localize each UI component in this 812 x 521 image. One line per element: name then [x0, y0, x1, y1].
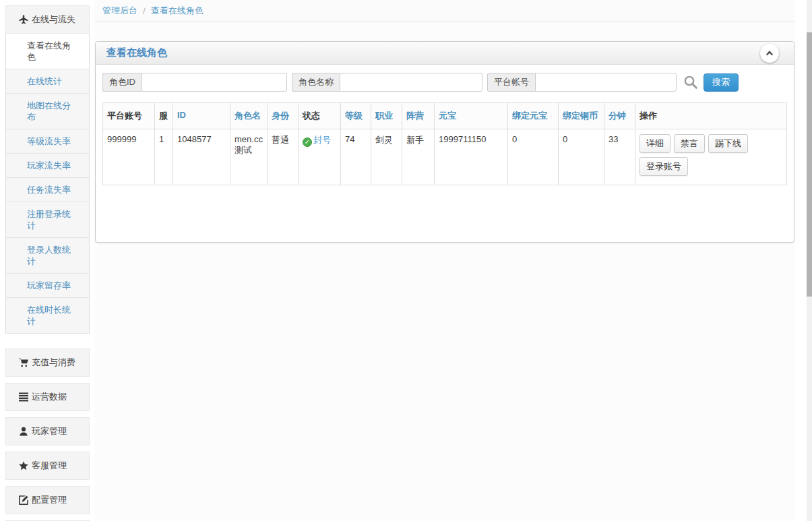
col-minutes-sort[interactable]: 分钟 [604, 103, 635, 129]
breadcrumb-separator: / [143, 6, 146, 16]
main-area: 管理后台 / 查看在线角色 查看在线角色 角色ID [94, 0, 795, 521]
sidebar-section-label: 配置管理 [32, 495, 67, 505]
sidebar-section-config-management[interactable]: 配置管理 [5, 486, 90, 514]
breadcrumb-current-page[interactable]: 查看在线角色 [151, 5, 204, 17]
col-yuanbao-sort[interactable]: 元宝 [435, 103, 508, 129]
login-account-button[interactable]: 登录账号 [639, 157, 688, 176]
sidebar-item-quest-churn[interactable]: 任务流失率 [6, 177, 89, 202]
col-platform-account: 平台账号 [103, 103, 155, 129]
sidebar-item-player-churn[interactable]: 玩家流失率 [6, 153, 89, 177]
cell-status: ✓封号 [299, 129, 341, 185]
collapse-panel-button[interactable] [760, 44, 779, 63]
cell-role-name: men.cc测试 [230, 129, 268, 185]
role-name-input[interactable] [340, 73, 482, 92]
sidebar-item-player-retention[interactable]: 玩家留存率 [6, 273, 89, 297]
content-area: 查看在线角色 角色ID 角色名称 [94, 22, 795, 243]
role-name-field-group: 角色名称 [292, 73, 482, 92]
plane-icon [19, 15, 28, 24]
edit-icon [19, 495, 28, 505]
sidebar-section-label: 客服管理 [32, 460, 67, 471]
search-button[interactable]: 搜索 [704, 73, 739, 92]
cart-icon [19, 358, 28, 367]
cell-server: 1 [155, 129, 173, 185]
vertical-scrollbar-track [807, 0, 812, 521]
search-toolbar: 角色ID 角色名称 平台帐号 搜索 [102, 73, 787, 92]
cell-platform-account: 999999 [103, 129, 155, 185]
platform-account-label: 平台帐号 [487, 73, 535, 92]
cell-faction: 新手 [402, 129, 435, 185]
cell-bound-yuanbao: 0 [508, 129, 559, 185]
sidebar-section-label: 玩家管理 [32, 426, 67, 437]
cell-bound-copper: 0 [559, 129, 604, 185]
col-role-name-sort[interactable]: 角色名 [230, 103, 268, 129]
role-id-field-group: 角色ID [102, 73, 287, 92]
col-id-sort[interactable]: ID [173, 103, 230, 129]
table-header-row: 平台账号 服 ID 角色名 身份 状态 等级 职业 阵营 元宝 绑定元宝 绑定铜… [103, 103, 787, 129]
sidebar-section-label: 在线与流失 [32, 14, 75, 25]
sidebar-section-player-management[interactable]: 玩家管理 [5, 417, 90, 446]
sidebar-section-label: 运营数据 [32, 392, 67, 402]
sidebar-section-online-loss[interactable]: 在线与流失 [5, 5, 90, 34]
sidebar-item-register-login-stats[interactable]: 注册登录统计 [6, 202, 89, 237]
sidebar-item-login-count-stats[interactable]: 登录人数统计 [6, 237, 89, 273]
cell-identity: 普通 [268, 129, 299, 185]
col-actions: 操作 [635, 103, 787, 129]
sidebar-item-online-duration-stats[interactable]: 在线时长统计 [6, 297, 89, 333]
vertical-scrollbar-thumb[interactable] [807, 32, 812, 297]
sidebar-section-label: 充值与消费 [32, 357, 75, 368]
panel-title: 查看在线角色 [106, 47, 167, 59]
panel-body: 角色ID 角色名称 平台帐号 搜索 [96, 65, 794, 242]
col-identity-sort[interactable]: 身份 [268, 103, 299, 129]
ban-account-link[interactable]: 封号 [313, 135, 331, 145]
col-faction-sort[interactable]: 阵营 [402, 103, 435, 129]
col-server: 服 [155, 103, 173, 129]
kick-offline-button[interactable]: 踢下线 [708, 134, 748, 153]
sidebar-item-map-online-distribution[interactable]: 地图在线分布 [6, 93, 89, 129]
cell-id: 1048577 [173, 129, 230, 185]
cell-profession: 剑灵 [371, 129, 402, 185]
list-icon [19, 392, 28, 402]
user-icon [19, 427, 28, 436]
sidebar-section-operation-data[interactable]: 运营数据 [5, 383, 90, 411]
col-bound-copper-sort[interactable]: 绑定铜币 [559, 103, 604, 129]
cell-level: 74 [341, 129, 371, 185]
platform-account-input[interactable] [535, 73, 677, 92]
panel-header: 查看在线角色 [96, 42, 794, 65]
role-name-label: 角色名称 [292, 73, 340, 92]
cell-minutes: 33 [604, 129, 635, 185]
sidebar-section-recharge-consume[interactable]: 充值与消费 [5, 348, 90, 377]
role-id-label: 角色ID [102, 73, 142, 92]
breadcrumb: 管理后台 / 查看在线角色 [94, 0, 795, 22]
platform-account-field-group: 平台帐号 [487, 73, 677, 92]
sidebar-item-level-churn[interactable]: 等级流失率 [6, 129, 89, 153]
mute-button[interactable]: 禁言 [674, 134, 705, 153]
cell-yuanbao: 1999711150 [435, 129, 508, 185]
col-profession-sort[interactable]: 职业 [371, 103, 402, 129]
sidebar-submenu: 查看在线角色 在线统计 地图在线分布 等级流失率 玩家流失率 任务流失率 注册登… [5, 34, 90, 334]
col-bound-yuanbao-sort[interactable]: 绑定元宝 [508, 103, 559, 129]
sidebar: 在线与流失 查看在线角色 在线统计 地图在线分布 等级流失率 玩家流失率 任务流… [5, 5, 90, 521]
sidebar-item-online-stats[interactable]: 在线统计 [6, 69, 89, 93]
online-roles-panel: 查看在线角色 角色ID 角色名称 [95, 41, 794, 243]
magnifier-icon [683, 75, 698, 90]
sidebar-section-customer-service[interactable]: 客服管理 [5, 452, 90, 480]
cell-actions: 详细禁言踢下线登录账号 [635, 129, 787, 185]
check-circle-icon: ✓ [303, 137, 312, 147]
col-status: 状态 [299, 103, 341, 129]
chevron-up-icon [765, 49, 774, 58]
role-id-input[interactable] [142, 73, 287, 92]
star-icon [19, 461, 28, 470]
table-row: 999999 1 1048577 men.cc测试 普通 ✓封号 74 剑灵 新… [103, 129, 787, 185]
breadcrumb-link-admin-home[interactable]: 管理后台 [102, 5, 137, 17]
online-roles-table: 平台账号 服 ID 角色名 身份 状态 等级 职业 阵营 元宝 绑定元宝 绑定铜… [102, 102, 787, 185]
detail-button[interactable]: 详细 [639, 134, 670, 153]
col-level-sort[interactable]: 等级 [341, 103, 371, 129]
sidebar-item-view-online-roles[interactable]: 查看在线角色 [6, 34, 89, 69]
